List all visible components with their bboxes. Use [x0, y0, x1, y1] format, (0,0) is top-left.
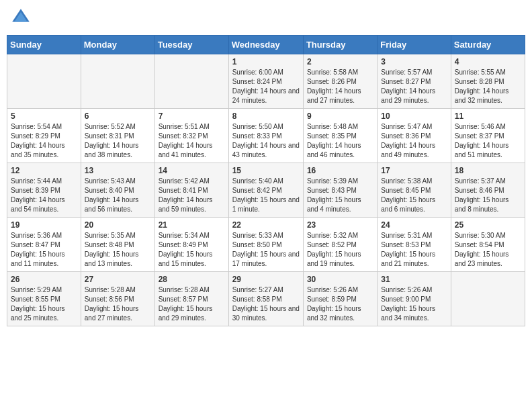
page-header [7, 7, 525, 28]
calendar-cell: 24Sunrise: 5:31 AM Sunset: 8:53 PM Dayli… [378, 218, 451, 272]
calendar-cell: 21Sunrise: 5:34 AM Sunset: 8:49 PM Dayli… [154, 218, 228, 272]
day-info: Sunrise: 5:38 AM Sunset: 8:45 PM Dayligh… [381, 177, 447, 214]
calendar-cell: 28Sunrise: 5:28 AM Sunset: 8:57 PM Dayli… [154, 272, 228, 326]
day-number: 8 [232, 111, 300, 121]
calendar-cell: 6Sunrise: 5:52 AM Sunset: 8:31 PM Daylig… [81, 109, 154, 163]
day-number: 19 [11, 220, 77, 230]
day-number: 24 [381, 220, 447, 230]
day-info: Sunrise: 5:58 AM Sunset: 8:26 PM Dayligh… [307, 68, 373, 105]
day-number: 23 [307, 220, 373, 230]
day-info: Sunrise: 5:44 AM Sunset: 8:39 PM Dayligh… [11, 177, 77, 214]
day-info: Sunrise: 5:50 AM Sunset: 8:33 PM Dayligh… [232, 122, 300, 160]
calendar-cell: 4Sunrise: 5:55 AM Sunset: 8:28 PM Daylig… [451, 54, 525, 109]
day-number: 6 [85, 111, 151, 121]
weekday-header-sunday: Sunday [7, 36, 81, 54]
day-number: 27 [85, 275, 151, 284]
calendar-cell: 9Sunrise: 5:48 AM Sunset: 8:35 PM Daylig… [303, 109, 377, 163]
day-info: Sunrise: 5:32 AM Sunset: 8:52 PM Dayligh… [307, 231, 373, 269]
day-info: Sunrise: 5:29 AM Sunset: 8:55 PM Dayligh… [11, 285, 77, 323]
day-number: 18 [455, 166, 521, 175]
calendar-table: SundayMondayTuesdayWednesdayThursdayFrid… [7, 35, 525, 326]
calendar-cell: 11Sunrise: 5:46 AM Sunset: 8:37 PM Dayli… [451, 109, 525, 163]
calendar-cell: 17Sunrise: 5:38 AM Sunset: 8:45 PM Dayli… [378, 163, 451, 218]
calendar-cell: 3Sunrise: 5:57 AM Sunset: 8:27 PM Daylig… [378, 54, 451, 109]
weekday-header-thursday: Thursday [303, 36, 377, 54]
week-row-3: 12Sunrise: 5:44 AM Sunset: 8:39 PM Dayli… [7, 163, 525, 218]
calendar-cell: 15Sunrise: 5:40 AM Sunset: 8:42 PM Dayli… [228, 163, 303, 218]
calendar-cell: 25Sunrise: 5:30 AM Sunset: 8:54 PM Dayli… [451, 218, 525, 272]
day-number: 13 [85, 166, 151, 175]
week-row-2: 5Sunrise: 5:54 AM Sunset: 8:29 PM Daylig… [7, 109, 525, 163]
calendar-cell: 14Sunrise: 5:42 AM Sunset: 8:41 PM Dayli… [154, 163, 228, 218]
week-row-1: 1Sunrise: 6:00 AM Sunset: 8:24 PM Daylig… [7, 54, 525, 109]
day-number: 20 [85, 220, 151, 230]
day-info: Sunrise: 5:33 AM Sunset: 8:50 PM Dayligh… [232, 231, 300, 269]
day-info: Sunrise: 5:31 AM Sunset: 8:53 PM Dayligh… [381, 231, 447, 269]
day-number: 25 [455, 220, 521, 230]
calendar-cell: 30Sunrise: 5:26 AM Sunset: 8:59 PM Dayli… [303, 272, 377, 326]
calendar-cell: 26Sunrise: 5:29 AM Sunset: 8:55 PM Dayli… [7, 272, 81, 326]
calendar-cell: 13Sunrise: 5:43 AM Sunset: 8:40 PM Dayli… [81, 163, 154, 218]
day-info: Sunrise: 5:43 AM Sunset: 8:40 PM Dayligh… [85, 177, 151, 214]
weekday-header-monday: Monday [81, 36, 154, 54]
weekday-header-wednesday: Wednesday [228, 36, 303, 54]
day-info: Sunrise: 5:27 AM Sunset: 8:58 PM Dayligh… [232, 285, 300, 323]
calendar-cell: 5Sunrise: 5:54 AM Sunset: 8:29 PM Daylig… [7, 109, 81, 163]
day-info: Sunrise: 6:00 AM Sunset: 8:24 PM Dayligh… [232, 68, 300, 105]
calendar-cell [7, 54, 81, 109]
day-number: 7 [159, 111, 225, 121]
calendar-cell: 12Sunrise: 5:44 AM Sunset: 8:39 PM Dayli… [7, 163, 81, 218]
calendar-cell: 8Sunrise: 5:50 AM Sunset: 8:33 PM Daylig… [228, 109, 303, 163]
day-info: Sunrise: 5:35 AM Sunset: 8:48 PM Dayligh… [85, 231, 151, 269]
calendar-cell: 16Sunrise: 5:39 AM Sunset: 8:43 PM Dayli… [303, 163, 377, 218]
day-info: Sunrise: 5:34 AM Sunset: 8:49 PM Dayligh… [159, 231, 225, 269]
day-info: Sunrise: 5:28 AM Sunset: 8:57 PM Dayligh… [159, 285, 225, 323]
weekday-header-tuesday: Tuesday [154, 36, 228, 54]
day-number: 21 [159, 220, 225, 230]
day-number: 16 [307, 166, 373, 175]
calendar-cell: 20Sunrise: 5:35 AM Sunset: 8:48 PM Dayli… [81, 218, 154, 272]
day-info: Sunrise: 5:55 AM Sunset: 8:28 PM Dayligh… [455, 68, 521, 105]
day-number: 5 [11, 111, 77, 121]
weekday-header-friday: Friday [378, 36, 451, 54]
calendar-cell [81, 54, 154, 109]
day-number: 10 [381, 111, 447, 121]
day-info: Sunrise: 5:39 AM Sunset: 8:43 PM Dayligh… [307, 177, 373, 214]
calendar-cell: 23Sunrise: 5:32 AM Sunset: 8:52 PM Dayli… [303, 218, 377, 272]
day-info: Sunrise: 5:47 AM Sunset: 8:36 PM Dayligh… [381, 122, 447, 160]
day-number: 30 [307, 275, 373, 284]
day-number: 31 [381, 275, 447, 284]
day-info: Sunrise: 5:26 AM Sunset: 9:00 PM Dayligh… [381, 285, 447, 323]
day-number: 9 [307, 111, 373, 121]
day-info: Sunrise: 5:36 AM Sunset: 8:47 PM Dayligh… [11, 231, 77, 269]
day-info: Sunrise: 5:30 AM Sunset: 8:54 PM Dayligh… [455, 231, 521, 269]
week-row-4: 19Sunrise: 5:36 AM Sunset: 8:47 PM Dayli… [7, 218, 525, 272]
day-number: 29 [232, 275, 300, 284]
day-info: Sunrise: 5:42 AM Sunset: 8:41 PM Dayligh… [159, 177, 225, 214]
day-number: 11 [455, 111, 521, 121]
day-info: Sunrise: 5:40 AM Sunset: 8:42 PM Dayligh… [232, 177, 300, 214]
calendar-cell: 29Sunrise: 5:27 AM Sunset: 8:58 PM Dayli… [228, 272, 303, 326]
day-number: 15 [232, 166, 300, 175]
calendar-cell: 19Sunrise: 5:36 AM Sunset: 8:47 PM Dayli… [7, 218, 81, 272]
calendar-cell: 18Sunrise: 5:37 AM Sunset: 8:46 PM Dayli… [451, 163, 525, 218]
day-number: 17 [381, 166, 447, 175]
calendar-cell [154, 54, 228, 109]
day-number: 14 [159, 166, 225, 175]
weekday-header-row: SundayMondayTuesdayWednesdayThursdayFrid… [7, 36, 525, 54]
day-number: 28 [159, 275, 225, 284]
weekday-header-saturday: Saturday [451, 36, 525, 54]
week-row-5: 26Sunrise: 5:29 AM Sunset: 8:55 PM Dayli… [7, 272, 525, 326]
calendar-cell: 22Sunrise: 5:33 AM Sunset: 8:50 PM Dayli… [228, 218, 303, 272]
day-info: Sunrise: 5:28 AM Sunset: 8:56 PM Dayligh… [85, 285, 151, 323]
day-info: Sunrise: 5:57 AM Sunset: 8:27 PM Dayligh… [381, 68, 447, 105]
day-info: Sunrise: 5:26 AM Sunset: 8:59 PM Dayligh… [307, 285, 373, 323]
day-info: Sunrise: 5:48 AM Sunset: 8:35 PM Dayligh… [307, 122, 373, 160]
day-info: Sunrise: 5:46 AM Sunset: 8:37 PM Dayligh… [455, 122, 521, 160]
day-info: Sunrise: 5:52 AM Sunset: 8:31 PM Dayligh… [85, 122, 151, 160]
calendar-cell: 2Sunrise: 5:58 AM Sunset: 8:26 PM Daylig… [303, 54, 377, 109]
day-number: 3 [381, 57, 447, 66]
day-number: 2 [307, 57, 373, 66]
calendar-cell: 27Sunrise: 5:28 AM Sunset: 8:56 PM Dayli… [81, 272, 154, 326]
day-number: 22 [232, 220, 300, 230]
